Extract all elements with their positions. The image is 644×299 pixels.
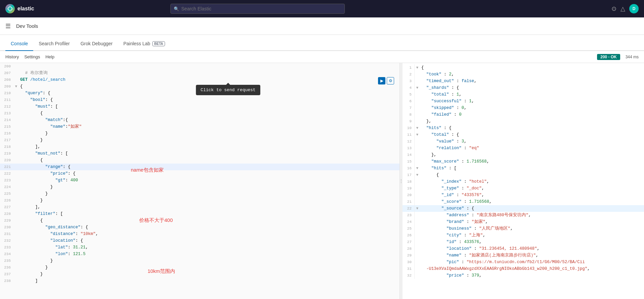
editor-line: 207 # 布尔查询 bbox=[0, 70, 399, 76]
response-line-content: "brand" : "如家", bbox=[420, 219, 644, 225]
line-content: "price": { bbox=[19, 170, 399, 177]
response-line-gutter bbox=[415, 219, 420, 225]
response-line-content: "hits" : [ bbox=[420, 165, 644, 172]
line-content: ] bbox=[19, 278, 399, 284]
response-line-content: "_type" : "_doc", bbox=[420, 185, 644, 192]
line-number: 222 bbox=[0, 170, 13, 177]
response-line-content: "hits" : { bbox=[420, 125, 644, 131]
response-line: 28 "location" : "31.236454, 121.480948", bbox=[402, 245, 644, 252]
search-input[interactable] bbox=[170, 4, 345, 14]
line-content: { bbox=[19, 110, 399, 117]
line-content: } bbox=[19, 257, 399, 264]
tab-grok-debugger[interactable]: Grok Debugger bbox=[75, 37, 118, 51]
line-content: "must_not": [ bbox=[19, 150, 399, 157]
line-number: 225 bbox=[0, 190, 13, 197]
response-line-number: 8 bbox=[402, 111, 415, 118]
panel-divider[interactable]: ⋮ bbox=[400, 63, 402, 299]
response-line-content: "price" : 379, bbox=[420, 272, 644, 279]
line-number: 214 bbox=[0, 117, 13, 123]
toolbar: History Settings Help 200 - OK 344 ms bbox=[0, 51, 644, 63]
response-line: 6 "successful" : 1, bbox=[402, 98, 644, 105]
hamburger-menu-icon[interactable]: ☰ bbox=[5, 22, 11, 30]
line-content: } bbox=[19, 271, 399, 278]
response-line-number: 27 bbox=[402, 239, 415, 245]
response-line: 8 "failed" : 0 bbox=[402, 111, 644, 118]
search-bar-wrapper: 🔍 bbox=[170, 4, 345, 14]
line-content: "distance": "10km", bbox=[19, 231, 399, 237]
editor-line: 223 "gt": 400 bbox=[0, 177, 399, 184]
response-line-gutter bbox=[415, 145, 420, 152]
response-time: 344 ms bbox=[626, 55, 639, 59]
line-content: "gt": 400 bbox=[19, 177, 399, 184]
response-line-number: 22 bbox=[402, 205, 415, 212]
line-content: "range": { bbox=[19, 164, 399, 170]
response-line-gutter bbox=[415, 245, 420, 252]
response-line-number: 18 bbox=[402, 178, 415, 185]
editor-panel[interactable]: Click to send request ▶ ⚙ name包含如家 价格不大于… bbox=[0, 63, 400, 299]
response-line-gutter bbox=[415, 232, 420, 239]
editor-line: 229 { bbox=[0, 217, 399, 224]
editor-line: 215 "name":"如家" bbox=[0, 123, 399, 130]
tab-console[interactable]: Console bbox=[5, 37, 33, 51]
response-line-gutter bbox=[415, 265, 420, 272]
response-line-content: { bbox=[420, 64, 644, 71]
wrench-button[interactable]: ⚙ bbox=[387, 77, 394, 84]
line-content: ], bbox=[19, 204, 399, 211]
response-line-number: 5 bbox=[402, 91, 415, 98]
editor-line: 221 "range": { bbox=[0, 164, 399, 170]
dev-tools-label: Dev Tools bbox=[16, 23, 38, 29]
toolbar-history[interactable]: History bbox=[5, 54, 19, 59]
response-line-number: 11 bbox=[402, 131, 415, 138]
editor-line: 200 bbox=[0, 63, 399, 70]
svg-point-0 bbox=[8, 7, 13, 10]
response-line-gutter bbox=[415, 91, 420, 98]
line-number: 227 bbox=[0, 204, 13, 211]
response-line: 10 ▼ "hits" : { bbox=[402, 125, 644, 131]
response-lines: 1 ▼ { 2 "took" : 2, 3 "timed_out" : fals… bbox=[402, 63, 644, 279]
elastic-logo[interactable]: elastic bbox=[5, 4, 34, 13]
line-number: 215 bbox=[0, 123, 13, 130]
line-number: 209 bbox=[0, 83, 13, 90]
toolbar-help[interactable]: Help bbox=[45, 54, 54, 59]
line-number: 200 bbox=[0, 63, 13, 70]
tab-search-profiler[interactable]: Search Profiler bbox=[33, 37, 75, 51]
line-number: 211 bbox=[0, 97, 13, 103]
line-number: 229 bbox=[0, 217, 13, 224]
response-line-gutter bbox=[415, 98, 420, 105]
response-line-gutter bbox=[415, 78, 420, 84]
run-request-button[interactable]: ▶ bbox=[378, 77, 385, 84]
user-avatar[interactable]: D bbox=[629, 4, 639, 13]
response-line-number: 25 bbox=[402, 225, 415, 232]
line-number: 230 bbox=[0, 224, 13, 231]
response-line-number: 29 bbox=[402, 252, 415, 259]
response-line: 30 "pic" : "https://m.tuniucdn.com/fb2/t… bbox=[402, 259, 644, 265]
response-line-gutter: ▼ bbox=[415, 64, 420, 71]
response-line-gutter: ▼ bbox=[415, 125, 420, 131]
response-line: 31 -U13eXVaIQmdaAAWxgzdXXxEAAGRrgNIOkoAB… bbox=[402, 265, 644, 272]
response-line: 24 "brand" : "如家", bbox=[402, 219, 644, 225]
help-circle-icon[interactable]: ⊙ bbox=[611, 5, 616, 12]
editor-line: 225 } bbox=[0, 190, 399, 197]
editor-line: 214 "match":{ bbox=[0, 117, 399, 123]
alert-icon[interactable]: △ bbox=[621, 5, 625, 12]
response-line-content: "_score" : 1.716568, bbox=[420, 198, 644, 205]
beta-badge: BETA bbox=[152, 41, 165, 46]
response-line-gutter bbox=[415, 71, 420, 78]
response-line-gutter: ▼ bbox=[415, 131, 420, 138]
response-line-number: 23 bbox=[402, 212, 415, 219]
response-line-gutter bbox=[415, 239, 420, 245]
response-line: 27 "id" : 433576, bbox=[402, 239, 644, 245]
toolbar-settings[interactable]: Settings bbox=[24, 54, 40, 59]
response-line-number: 13 bbox=[402, 145, 415, 152]
tab-painless-lab[interactable]: Painless Lab BETA bbox=[118, 37, 171, 51]
response-line-content: "_index" : "hotel", bbox=[420, 178, 644, 185]
main-content: Click to send request ▶ ⚙ name包含如家 价格不大于… bbox=[0, 63, 644, 299]
response-line: 13 "relation" : "eq" bbox=[402, 145, 644, 152]
editor-line: 232 "location": { bbox=[0, 237, 399, 244]
line-content: } bbox=[19, 130, 399, 137]
editor-line: 230 "geo_distance": { bbox=[0, 224, 399, 231]
tabs-bar: Console Search Profiler Grok Debugger Pa… bbox=[0, 35, 644, 51]
response-line-content: "total" : 1, bbox=[420, 91, 644, 98]
editor-line: 235 } bbox=[0, 257, 399, 264]
tab-search-profiler-label: Search Profiler bbox=[39, 41, 70, 46]
